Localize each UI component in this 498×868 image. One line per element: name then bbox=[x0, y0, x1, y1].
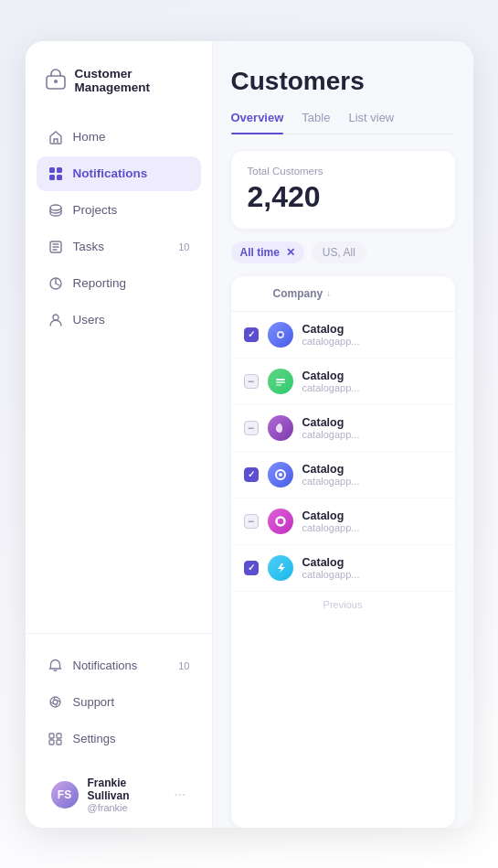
tasks-badge: 10 bbox=[178, 241, 189, 252]
row-checkbox[interactable]: ✓ bbox=[244, 467, 259, 482]
company-name: Catalog bbox=[302, 323, 442, 336]
svg-point-6 bbox=[50, 205, 61, 210]
svg-point-9 bbox=[53, 315, 58, 320]
filter-close-icon[interactable]: ✕ bbox=[286, 246, 295, 259]
tab-listview[interactable]: List view bbox=[348, 111, 394, 134]
company-name: Catalog bbox=[302, 416, 442, 429]
svg-rect-2 bbox=[49, 167, 55, 173]
company-name: Catalog bbox=[302, 509, 442, 522]
tab-overview[interactable]: Overview bbox=[231, 111, 284, 134]
bottom-notifications-badge: 10 bbox=[178, 660, 189, 671]
minus-icon: − bbox=[248, 423, 254, 434]
sidebar-item-tasks-label: Tasks bbox=[73, 240, 170, 253]
logo-icon bbox=[44, 69, 68, 92]
stats-value: 2,420 bbox=[248, 180, 439, 214]
nav-list: Home Notifications bbox=[26, 120, 212, 633]
user-handle: @frankie bbox=[88, 802, 165, 813]
svg-rect-5 bbox=[57, 175, 62, 180]
reporting-icon bbox=[48, 275, 64, 292]
company-url: catalogapp... bbox=[302, 476, 442, 487]
company-url: catalogapp... bbox=[302, 336, 442, 347]
sidebar-title: Customer Management bbox=[75, 67, 194, 94]
stats-label: Total Customers bbox=[248, 166, 439, 177]
table-row[interactable]: − Catalog catalogapp... bbox=[231, 498, 455, 545]
table-row[interactable]: ✓ Catalog catalogapp... bbox=[231, 312, 455, 359]
bell-icon bbox=[48, 658, 64, 674]
company-url: catalogapp... bbox=[302, 522, 442, 533]
company-name: Catalog bbox=[302, 463, 442, 476]
bottom-notifications[interactable]: Notifications 10 bbox=[37, 648, 201, 683]
bottom-notifications-label: Notifications bbox=[73, 659, 170, 672]
table-section: Company ↓ ✓ Catalog catalogapp... bbox=[231, 276, 455, 828]
svg-rect-3 bbox=[57, 167, 62, 173]
table-row[interactable]: ✓ Catalog catalogapp... bbox=[231, 452, 455, 498]
svg-point-26 bbox=[279, 473, 282, 477]
company-info: Catalog catalogapp... bbox=[302, 370, 442, 393]
check-mark-icon: ✓ bbox=[248, 469, 255, 479]
sidebar-item-notifications[interactable]: Notifications bbox=[37, 156, 201, 191]
sidebar-item-users[interactable]: Users bbox=[37, 303, 201, 338]
company-logo bbox=[268, 322, 293, 348]
check-mark-icon: ✓ bbox=[248, 329, 255, 339]
company-logo bbox=[268, 369, 293, 394]
row-checkbox[interactable]: ✓ bbox=[244, 561, 259, 575]
sidebar-logo: Customer Management bbox=[26, 67, 212, 120]
svg-rect-24 bbox=[276, 384, 281, 386]
col-company-header[interactable]: Company ↓ bbox=[273, 287, 442, 300]
svg-point-10 bbox=[50, 697, 60, 707]
row-checkbox[interactable]: − bbox=[244, 421, 259, 435]
sidebar: Customer Management Home bbox=[26, 41, 213, 828]
filter-alltime[interactable]: All time ✕ bbox=[231, 241, 304, 263]
pagination-label: Previous bbox=[231, 592, 455, 617]
company-info: Catalog catalogapp... bbox=[302, 416, 442, 440]
company-logo bbox=[268, 415, 293, 441]
company-url: catalogapp... bbox=[302, 382, 442, 393]
row-checkbox[interactable]: − bbox=[244, 374, 259, 389]
company-logo bbox=[268, 509, 293, 534]
page-title: Customers bbox=[231, 67, 455, 96]
filter-alltime-label: All time bbox=[240, 246, 280, 259]
bottom-support-label: Support bbox=[73, 695, 190, 709]
bottom-settings-label: Settings bbox=[73, 732, 190, 745]
company-info: Catalog catalogapp... bbox=[302, 323, 442, 347]
sidebar-item-home-label: Home bbox=[73, 130, 190, 144]
table-row[interactable]: ✓ Catalog catalogapp... bbox=[231, 545, 455, 592]
company-info: Catalog catalogapp... bbox=[302, 463, 442, 487]
app-container: Customer Management Home bbox=[26, 41, 473, 828]
row-checkbox[interactable]: ✓ bbox=[244, 327, 259, 342]
sidebar-item-tasks[interactable]: Tasks 10 bbox=[37, 230, 201, 264]
table-row[interactable]: − Catalog catalogapp... bbox=[231, 359, 455, 405]
company-info: Catalog catalogapp... bbox=[302, 509, 442, 533]
more-icon[interactable]: ··· bbox=[174, 787, 185, 803]
company-col-label: Company bbox=[273, 287, 323, 300]
row-checkbox[interactable]: − bbox=[244, 514, 259, 529]
filter-us[interactable]: US, All bbox=[312, 241, 366, 263]
sidebar-item-home[interactable]: Home bbox=[37, 120, 201, 155]
bottom-support[interactable]: Support bbox=[37, 685, 201, 720]
svg-rect-22 bbox=[276, 379, 285, 380]
filter-row: All time ✕ US, All bbox=[231, 241, 455, 263]
company-url: catalogapp... bbox=[302, 429, 442, 440]
sidebar-bottom: Notifications 10 Support bbox=[26, 633, 212, 828]
sidebar-item-reporting-label: Reporting bbox=[73, 276, 190, 290]
svg-point-1 bbox=[54, 80, 58, 83]
bottom-settings[interactable]: Settings bbox=[37, 722, 201, 756]
tab-table[interactable]: Table bbox=[302, 111, 330, 134]
svg-rect-19 bbox=[57, 740, 61, 745]
tabs-row: Overview Table List view bbox=[231, 111, 455, 134]
support-icon bbox=[48, 694, 64, 711]
projects-icon bbox=[48, 202, 64, 219]
sidebar-item-projects[interactable]: Projects bbox=[37, 193, 201, 228]
table-row[interactable]: − Catalog catalogapp... bbox=[231, 405, 455, 452]
company-logo bbox=[268, 462, 293, 488]
svg-point-27 bbox=[276, 517, 284, 525]
avatar: FS bbox=[51, 781, 79, 809]
svg-point-21 bbox=[279, 333, 282, 337]
main-content: Customers Overview Table List view Total… bbox=[213, 41, 473, 828]
company-info: Catalog catalogapp... bbox=[302, 556, 442, 580]
svg-rect-4 bbox=[49, 175, 55, 180]
company-name: Catalog bbox=[302, 556, 442, 569]
sidebar-item-reporting[interactable]: Reporting bbox=[37, 266, 201, 301]
svg-point-11 bbox=[53, 700, 58, 704]
company-name: Catalog bbox=[302, 370, 442, 382]
